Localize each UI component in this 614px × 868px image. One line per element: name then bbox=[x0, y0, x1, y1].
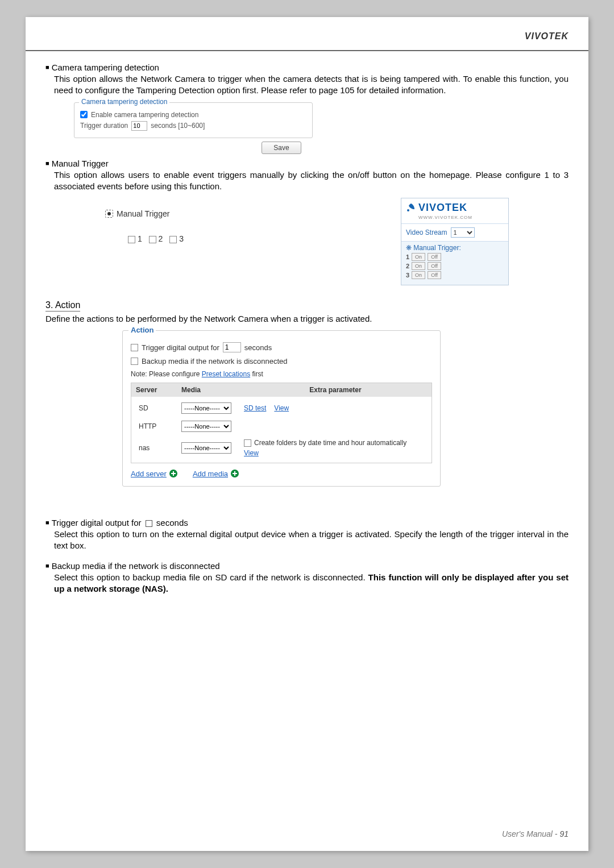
section-manual-trigger: ■Manual Trigger This option allows users… bbox=[45, 159, 569, 193]
section-title: Manual Trigger bbox=[52, 159, 109, 168]
section-body: This option allows users to enable event… bbox=[45, 169, 569, 193]
page-footer: User's Manual - 91 bbox=[502, 829, 569, 838]
row-nas-label: nas bbox=[139, 444, 150, 452]
action-body: Define the actions to be performed by th… bbox=[45, 314, 569, 323]
mt-row-2-on[interactable]: On bbox=[412, 262, 425, 270]
mt-row-1-off[interactable]: Off bbox=[428, 253, 441, 261]
plus-icon bbox=[230, 469, 239, 478]
leaf-icon bbox=[406, 203, 416, 213]
lower-sections: ■Trigger digital output for seconds Sele… bbox=[45, 518, 569, 595]
svg-point-0 bbox=[407, 209, 409, 211]
add-media-link[interactable]: Add media bbox=[193, 470, 228, 478]
section-action: 3. Action Define the actions to be perfo… bbox=[45, 300, 569, 323]
action-table-header: Server Media Extra parameter bbox=[131, 383, 432, 397]
action-legend: Action bbox=[128, 326, 156, 334]
sd-test-link[interactable]: SD test bbox=[244, 404, 266, 412]
tampering-legend: Camera tampering detection bbox=[79, 98, 169, 106]
section-body: This option allows the Network Camera to… bbox=[45, 73, 569, 97]
col-media: Media bbox=[181, 386, 244, 394]
video-stream-label: Video Stream bbox=[406, 229, 447, 236]
manual-trigger-radio[interactable] bbox=[105, 210, 113, 218]
enable-tampering-checkbox[interactable] bbox=[80, 111, 88, 118]
bullet-icon: ■ bbox=[45, 562, 49, 569]
mt-row-1-num: 1 bbox=[406, 254, 409, 260]
col-extra: Extra parameter bbox=[244, 386, 427, 394]
row-sd-label: SD bbox=[139, 404, 148, 412]
mt-option-2-label: 2 bbox=[159, 234, 163, 243]
preset-note: Note: Please configure Preset locations … bbox=[131, 370, 432, 378]
backup-media-label: Backup media if the network is disconnec… bbox=[142, 357, 288, 366]
mt-option-1-label: 1 bbox=[138, 234, 142, 243]
mt-row-3-on[interactable]: On bbox=[412, 271, 425, 279]
section-title: Backup media if the network is disconnec… bbox=[52, 561, 220, 571]
manual-page: VIVOTEK ■Camera tampering detection This… bbox=[26, 17, 588, 851]
sd-view-link[interactable]: View bbox=[274, 404, 289, 412]
enable-tampering-label: Enable camera tampering detection bbox=[91, 111, 198, 119]
save-button[interactable]: Save bbox=[262, 142, 301, 154]
plus-icon bbox=[169, 469, 178, 478]
bullet-icon: ■ bbox=[45, 160, 49, 167]
mt-row-3-off[interactable]: Off bbox=[428, 271, 441, 279]
mt-option-3-label: 3 bbox=[179, 234, 184, 243]
video-stream-select[interactable]: 1 bbox=[451, 227, 475, 238]
section-tampering: ■Camera tampering detection This option … bbox=[45, 63, 569, 97]
manual-trigger-left: Manual Trigger 1 2 3 bbox=[105, 209, 184, 243]
nas-folders-checkbox[interactable] bbox=[244, 439, 251, 447]
trigger-output-label-b: seconds bbox=[244, 343, 272, 352]
sec4-title-b: seconds bbox=[154, 518, 188, 528]
nas-folders-label: Create folders by date time and hour aut… bbox=[254, 439, 406, 447]
trigger-duration-label: Trigger duration bbox=[80, 122, 128, 130]
section-digital-output: ■Trigger digital output for seconds Sele… bbox=[45, 518, 569, 552]
mt-panel-label: ❋ Manual Trigger: bbox=[406, 244, 504, 252]
section-body: Select this option to backup media file … bbox=[45, 572, 569, 595]
add-server-link[interactable]: Add server bbox=[131, 470, 167, 478]
sec4-title-a: Trigger digital output for bbox=[52, 518, 144, 528]
row-sd-media-select[interactable]: -----None----- bbox=[181, 402, 231, 414]
header-rule bbox=[26, 50, 588, 51]
bullet-icon: ■ bbox=[45, 64, 49, 70]
empty-box-icon bbox=[146, 520, 152, 527]
trigger-duration-input[interactable] bbox=[131, 121, 147, 131]
mt-row-1-on[interactable]: On bbox=[412, 253, 425, 261]
header-brand: VIVOTEK bbox=[525, 31, 569, 41]
mt-option-1-checkbox[interactable] bbox=[128, 236, 135, 243]
trigger-duration-hint: seconds [10~600] bbox=[151, 122, 205, 130]
backup-media-checkbox[interactable] bbox=[131, 358, 138, 365]
nas-view-link[interactable]: View bbox=[244, 449, 259, 457]
vivotek-url: WWW.VIVOTEK.COM bbox=[401, 215, 508, 223]
trigger-output-checkbox[interactable] bbox=[131, 344, 138, 351]
tampering-fieldset: Camera tampering detection Enable camera… bbox=[74, 102, 313, 138]
mt-row-2-num: 2 bbox=[406, 263, 409, 269]
manual-trigger-radio-label: Manual Trigger bbox=[117, 209, 169, 218]
mt-option-2-checkbox[interactable] bbox=[149, 236, 156, 243]
page-content: ■Camera tampering detection This option … bbox=[45, 63, 569, 604]
mt-row-3-num: 3 bbox=[406, 272, 409, 279]
mt-row-2-off[interactable]: Off bbox=[428, 262, 441, 270]
homepage-widget: VIVOTEK WWW.VIVOTEK.COM Video Stream 1 ❋… bbox=[401, 198, 509, 285]
table-row: SD -----None----- SD test View bbox=[131, 399, 432, 417]
row-http-label: HTTP bbox=[139, 422, 156, 430]
mt-option-3-checkbox[interactable] bbox=[169, 236, 177, 243]
vivotek-logo: VIVOTEK bbox=[401, 198, 508, 215]
bullet-icon: ■ bbox=[45, 519, 49, 526]
trigger-output-label-a: Trigger digital output for bbox=[142, 343, 219, 352]
action-table-body: SD -----None----- SD test View HTTP ----… bbox=[131, 397, 432, 463]
row-http-media-select[interactable]: -----None----- bbox=[181, 421, 231, 432]
col-server: Server bbox=[136, 386, 181, 394]
action-heading: 3. Action bbox=[45, 300, 80, 312]
table-row: HTTP -----None----- bbox=[131, 417, 432, 435]
section-body: Select this option to turn on the extern… bbox=[45, 529, 569, 552]
table-row: nas -----None----- Create folders by dat… bbox=[131, 435, 432, 460]
manual-trigger-cluster: Manual Trigger 1 2 3 VIVOTEK WWW.VIVOTEK… bbox=[45, 198, 569, 300]
section-title: Camera tampering detection bbox=[52, 63, 159, 72]
section-backup-media: ■Backup media if the network is disconne… bbox=[45, 561, 569, 595]
preset-locations-link[interactable]: Preset locations bbox=[202, 370, 250, 378]
row-nas-media-select[interactable]: -----None----- bbox=[181, 442, 231, 454]
action-fieldset: Action Trigger digital output for second… bbox=[122, 330, 441, 487]
trigger-output-seconds-input[interactable] bbox=[223, 342, 241, 352]
